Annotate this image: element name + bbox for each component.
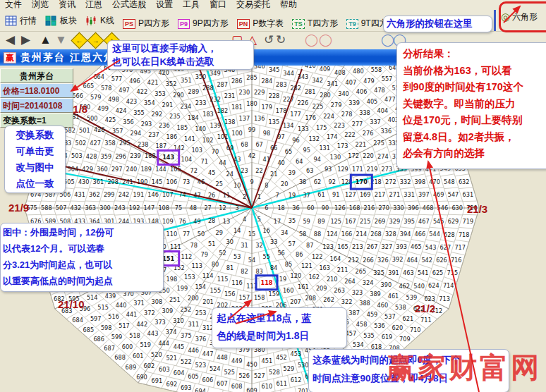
- svg-text:12: 12: [219, 204, 226, 212]
- svg-text:123: 123: [322, 243, 334, 250]
- diamond-left-icon-glyph: ←: [74, 35, 85, 46]
- svg-text:467: 467: [418, 218, 430, 225]
- svg-text:372: 372: [144, 310, 155, 317]
- svg-text:543: 543: [425, 244, 437, 251]
- menu-item-2[interactable]: 资讯: [59, 0, 75, 11]
- menu-item-4[interactable]: 公式选股: [112, 0, 146, 11]
- svg-text:391: 391: [388, 269, 399, 276]
- svg-text:525: 525: [224, 369, 235, 376]
- svg-text:430: 430: [78, 178, 90, 185]
- svg-text:48: 48: [190, 204, 197, 212]
- svg-text:274: 274: [377, 153, 389, 160]
- menu-item-0[interactable]: 文件: [5, 0, 22, 11]
- menu-item-7[interactable]: 窗口: [210, 0, 226, 11]
- circle-pink-icon[interactable]: ◯: [305, 33, 318, 47]
- svg-text:17: 17: [274, 218, 281, 225]
- svg-text:621: 621: [402, 315, 413, 322]
- svg-text:710: 710: [410, 326, 421, 333]
- svg-text:25: 25: [215, 180, 222, 188]
- rotate-cw-icon[interactable]: ↻: [276, 33, 286, 47]
- svg-text:2: 2: [243, 193, 246, 200]
- toolbar-button-sectors[interactable]: 板块: [43, 11, 79, 30]
- svg-text:138: 138: [224, 118, 236, 125]
- svg-text:450: 450: [246, 361, 257, 368]
- menu-item-6[interactable]: 工具: [183, 0, 200, 11]
- svg-text:460: 460: [377, 302, 389, 309]
- toolbar-button-p-square[interactable]: PSP四方形: [121, 14, 171, 34]
- nav-right-icon[interactable]: ▶: [21, 33, 30, 47]
- svg-text:20: 20: [281, 180, 288, 188]
- diamond-right-icon[interactable]: →: [87, 32, 104, 49]
- svg-text:352: 352: [166, 80, 177, 87]
- svg-text:46: 46: [198, 178, 205, 185]
- svg-text:691: 691: [152, 377, 163, 384]
- rotate-ccw-icon[interactable]: ↺: [264, 33, 274, 47]
- svg-text:542: 542: [421, 257, 432, 264]
- menu-item-8[interactable]: 交易委托: [236, 0, 270, 11]
- toolbar-button-kline[interactable]: K线: [83, 11, 116, 30]
- circle-pink2-icon[interactable]: ◯: [319, 33, 332, 47]
- menu-item-3[interactable]: 江恩: [85, 0, 102, 11]
- watermark: 赢家财富网: [387, 348, 542, 387]
- nav-up-icon[interactable]: ▲: [40, 33, 51, 47]
- svg-text:390: 390: [380, 281, 392, 288]
- toolbar-button-9p-square[interactable]: P99P四方形: [176, 14, 231, 34]
- svg-text:179: 179: [261, 104, 272, 111]
- svg-text:713: 713: [439, 295, 450, 302]
- toolbar-button-p-number-table[interactable]: PNP数字表: [235, 14, 286, 34]
- svg-text:223: 223: [334, 122, 345, 129]
- svg-text:298: 298: [107, 178, 119, 185]
- time-field[interactable]: 时间=20140108: [0, 98, 73, 113]
- svg-text:546: 546: [437, 204, 449, 212]
- svg-text:69: 69: [226, 145, 233, 152]
- diamond-left-icon[interactable]: ←: [71, 32, 87, 49]
- svg-text:129: 129: [337, 166, 348, 173]
- toolbar-button-quotes[interactable]: 行情: [3, 11, 39, 30]
- svg-text:295: 295: [119, 140, 131, 147]
- svg-text:270: 270: [378, 204, 389, 212]
- svg-text:32: 32: [255, 242, 262, 249]
- svg-text:501: 501: [79, 127, 90, 134]
- svg-text:104: 104: [181, 156, 192, 163]
- svg-text:168: 168: [349, 204, 360, 212]
- svg-text:286: 286: [231, 78, 243, 85]
- svg-text:3: 3: [236, 204, 239, 212]
- date-label-21-10: 21/10: [58, 298, 85, 310]
- svg-text:62: 62: [314, 178, 321, 185]
- menu-item-9[interactable]: 帮助: [280, 0, 297, 11]
- svg-text:107: 107: [162, 191, 174, 198]
- svg-text:166: 166: [341, 231, 353, 238]
- svg-text:112: 112: [181, 253, 192, 260]
- svg-text:164: 164: [329, 255, 341, 262]
- svg-text:277: 277: [352, 121, 363, 128]
- price-field[interactable]: 价格=118.0100: [0, 83, 73, 98]
- svg-text:67: 67: [255, 141, 262, 148]
- svg-text:127: 127: [345, 191, 356, 198]
- svg-text:135: 135: [268, 118, 279, 125]
- svg-text:267: 267: [367, 243, 378, 250]
- svg-text:44: 44: [219, 159, 226, 166]
- toolbar-button-t-square[interactable]: TST四方形: [290, 14, 340, 34]
- svg-text:90: 90: [322, 204, 329, 212]
- svg-text:453: 453: [291, 350, 302, 357]
- nav-down-icon[interactable]: ▼: [55, 33, 67, 47]
- svg-text:497: 497: [119, 87, 130, 94]
- svg-text:124: 124: [327, 231, 338, 238]
- svg-text:4: 4: [243, 216, 246, 223]
- svg-text:167: 167: [345, 218, 356, 225]
- svg-text:275: 275: [373, 140, 384, 147]
- toolbar-label-quotes: 行情: [20, 15, 37, 27]
- hexagon-button[interactable]: ◎ 六角形: [501, 11, 538, 23]
- svg-text:349: 349: [210, 70, 221, 77]
- svg-text:294: 294: [131, 130, 142, 137]
- menu-item-5[interactable]: 设置: [156, 0, 173, 11]
- svg-text:157: 157: [238, 294, 250, 301]
- nav-left-icon[interactable]: ◀: [6, 33, 15, 47]
- svg-text:496: 496: [129, 78, 140, 85]
- svg-text:147: 147: [144, 204, 155, 212]
- menu-item-1[interactable]: 浏览: [32, 0, 49, 11]
- svg-text:240: 240: [126, 166, 138, 173]
- svg-text:582: 582: [64, 127, 75, 134]
- toolbar-label-9p-square: 9P四方形: [193, 18, 229, 30]
- svg-text:1: 1: [257, 193, 261, 200]
